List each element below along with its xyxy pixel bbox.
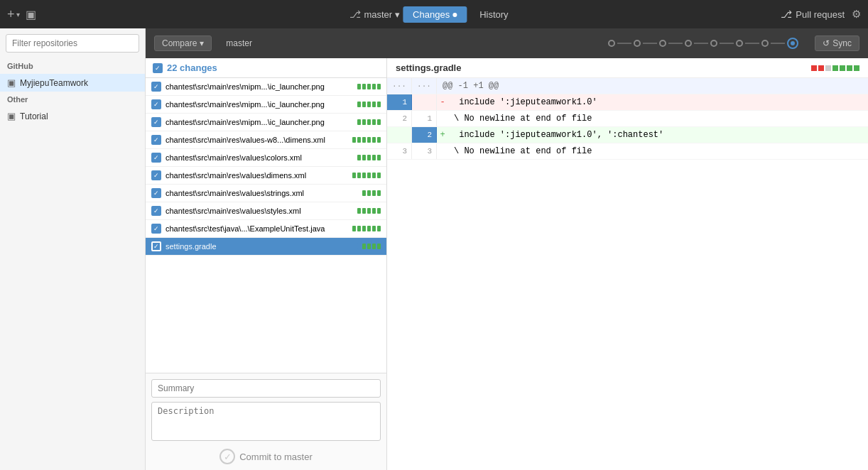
tl-line-5 — [720, 43, 734, 44]
file-checkbox[interactable] — [151, 170, 161, 180]
diff-row: 1- include ':jieputeamwork1.0' — [387, 94, 868, 111]
file-bar — [377, 190, 381, 196]
file-item[interactable]: chantest\src\main\res\mipm...\ic_launche… — [146, 78, 386, 96]
file-bars — [357, 102, 381, 107]
file-bar — [372, 102, 376, 107]
file-bar — [357, 84, 361, 89]
diff-red-indicator — [811, 65, 817, 71]
compare-bar: Compare ▾ master — [146, 28, 868, 58]
file-bar — [362, 190, 366, 196]
pull-request-button[interactable]: ⎇ Pull request — [781, 9, 845, 20]
file-checkbox[interactable] — [151, 117, 161, 127]
sidebar-item-myjieputeamwork[interactable]: ▣ MyjiepuTeamwork — [0, 74, 145, 92]
file-item[interactable]: chantest\src\test\java\...\ExampleUnitTe… — [146, 220, 386, 238]
file-bar — [377, 137, 381, 143]
tl-dot-4 — [685, 40, 692, 47]
diff-line-content: include ':jieputeamwork1.0' — [448, 94, 868, 110]
select-all-checkbox[interactable]: ✓ — [153, 63, 163, 73]
file-bar — [357, 155, 361, 160]
filter-repos-input[interactable] — [6, 34, 139, 53]
file-list-panel: ✓ 22 changes chantest\src\main\res\mipm.… — [146, 58, 387, 470]
tl-line-7 — [771, 43, 785, 44]
file-item[interactable]: chantest\src\main\res\values\dimens.xml — [146, 167, 386, 185]
summary-input[interactable] — [151, 379, 381, 398]
file-name: chantest\src\main\res\mipm...\ic_launche… — [166, 100, 353, 109]
file-name: chantest\src\main\res\mipm...\ic_launche… — [166, 118, 353, 126]
diff-dots-left: ··· — [387, 78, 412, 94]
tab-changes[interactable]: Changes — [403, 6, 467, 23]
layout-toggle-button[interactable]: ▣ — [26, 8, 36, 21]
file-bar — [377, 208, 381, 214]
file-item[interactable]: chantest\src\main\res\mipm...\ic_launche… — [146, 114, 386, 131]
file-bar — [357, 208, 361, 214]
file-name: chantest\src\main\res\values-w8...\dimen… — [166, 136, 348, 144]
sidebar-item-tutorial[interactable]: ▣ Tutorial — [0, 107, 145, 125]
tl-line-3 — [668, 43, 683, 44]
file-item[interactable]: chantest\src\main\res\values\colors.xml — [146, 149, 386, 167]
diff-green-indicator-4 — [854, 65, 859, 71]
diff-row: ······@@ -1 +1 @@ — [387, 78, 868, 94]
diff-line-num-left: 3 — [387, 143, 412, 159]
file-bar — [362, 137, 366, 143]
file-checkbox[interactable] — [151, 224, 161, 234]
file-checkbox[interactable] — [151, 99, 161, 109]
file-list-items: chantest\src\main\res\mipm...\ic_launche… — [146, 78, 386, 373]
file-bar — [377, 119, 381, 125]
add-button[interactable]: + ▾ — [7, 7, 20, 22]
diff-green-indicator-3 — [847, 65, 852, 71]
file-bar — [367, 119, 371, 125]
file-bar — [362, 102, 366, 107]
file-item[interactable]: chantest\src\main\res\values-w8...\dimen… — [146, 131, 386, 149]
file-bar — [367, 84, 371, 89]
tl-dot-1 — [608, 40, 615, 47]
file-bars — [357, 155, 381, 160]
compare-branch-label: master — [226, 38, 252, 48]
file-checkbox[interactable] — [151, 188, 161, 198]
file-bar — [377, 173, 381, 178]
tl-dot-6 — [736, 40, 743, 47]
branch-selector[interactable]: ⎇ master ▾ — [349, 9, 400, 20]
file-bars — [352, 226, 381, 231]
file-checkbox[interactable] — [151, 82, 161, 92]
tab-history[interactable]: History — [470, 6, 518, 23]
file-item[interactable]: chantest\src\main\res\values\strings.xml — [146, 185, 386, 202]
right-panel: Compare ▾ master — [146, 28, 868, 470]
description-input[interactable] — [151, 402, 381, 441]
file-name: settings.gradle — [166, 242, 353, 251]
timeline — [606, 38, 801, 49]
file-checkbox[interactable] — [151, 206, 161, 216]
settings-button[interactable]: ⚙ — [852, 8, 861, 21]
sync-button[interactable]: ↺ Sync — [815, 35, 859, 51]
commit-check-icon: ✓ — [219, 449, 235, 464]
commit-button[interactable]: ✓ Commit to master — [219, 449, 313, 464]
file-item[interactable]: chantest\src\main\res\mipm...\ic_launche… — [146, 96, 386, 114]
file-bar — [367, 173, 371, 178]
diff-line-num-left: 2 — [387, 111, 412, 126]
diff-panel: settings.gradle ······@@ -1 +1 @@1- incl… — [387, 58, 868, 470]
file-bar — [377, 226, 381, 231]
file-bar — [362, 244, 366, 249]
diff-indicators — [811, 65, 859, 71]
file-item[interactable]: chantest\src\main\res\values\styles.xml — [146, 202, 386, 220]
diff-filename: settings.gradle — [396, 62, 811, 73]
file-bars — [357, 119, 381, 125]
file-bar — [372, 208, 376, 214]
file-item[interactable]: settings.gradle — [146, 238, 386, 256]
tl-line-2 — [643, 43, 657, 44]
tl-dot-5 — [710, 40, 717, 47]
file-bars — [357, 208, 381, 214]
file-bar — [372, 119, 376, 125]
file-checkbox[interactable] — [151, 153, 161, 163]
file-bar — [362, 226, 366, 231]
file-checkbox[interactable] — [151, 241, 161, 251]
commit-area: ✓ Commit to master — [146, 373, 386, 470]
top-bar: + ▾ ▣ ⎇ master ▾ Changes History ⎇ Pull … — [0, 0, 868, 28]
file-bar — [372, 84, 376, 89]
file-name: chantest\src\test\java\...\ExampleUnitTe… — [166, 224, 348, 233]
file-bar — [367, 226, 371, 231]
file-bars — [357, 84, 381, 89]
file-checkbox[interactable] — [151, 135, 161, 145]
compare-button[interactable]: Compare ▾ — [154, 35, 212, 51]
github-section-label: GitHub — [0, 58, 145, 74]
diff-row: 33 \ No newline at end of file — [387, 143, 868, 160]
